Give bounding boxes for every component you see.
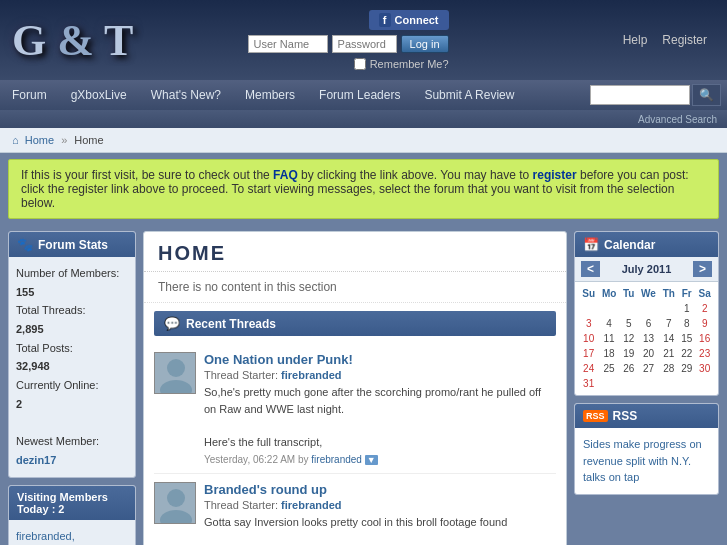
center-content: HOME There is no content in this section… — [143, 231, 567, 545]
forum-stats-content: Number of Members: 155 Total Threads: 2,… — [9, 257, 135, 477]
time-user-link-1[interactable]: firebranded — [311, 454, 362, 465]
newest-label: Newest Member: — [16, 432, 128, 451]
advanced-search-link[interactable]: Advanced Search — [638, 114, 717, 125]
cal-day-8[interactable]: 8 — [678, 316, 695, 331]
cal-day-5[interactable]: 5 — [620, 316, 638, 331]
register-link[interactable]: Register — [662, 33, 707, 47]
thread-starter-1: Thread Starter: firebranded — [204, 369, 556, 381]
home-title: HOME — [144, 232, 566, 272]
starter-label-1: Thread Starter: — [204, 369, 278, 381]
cal-day-20[interactable]: 20 — [638, 346, 660, 361]
user-icon-1: ▼ — [365, 455, 378, 465]
thread-info-1: One Nation under Punk! Thread Starter: f… — [204, 352, 556, 465]
visiting-member-1[interactable]: firebranded, — [16, 527, 128, 545]
starter-link-2[interactable]: firebranded — [281, 499, 342, 511]
remember-checkbox[interactable] — [354, 58, 366, 70]
cal-day-26[interactable]: 26 — [620, 361, 638, 376]
rss-item-link[interactable]: Sides make progress on revenue split wit… — [583, 438, 702, 483]
thread-icon: 💬 — [164, 316, 180, 331]
calendar-header: 📅 Calendar — [575, 232, 718, 257]
search-input[interactable] — [590, 85, 690, 105]
header: G & T f Connect Log in Remember Me? Help… — [0, 0, 727, 80]
breadcrumb: ⌂ Home » Home — [0, 128, 727, 153]
right-sidebar: 📅 Calendar < July 2011 > Su Mo Tu We Th … — [574, 231, 719, 545]
cal-day-24[interactable]: 24 — [579, 361, 598, 376]
starter-link-1[interactable]: firebranded — [281, 369, 342, 381]
cal-day-14[interactable]: 14 — [660, 331, 679, 346]
breadcrumb-sep: » — [61, 134, 67, 146]
cal-day-17[interactable]: 17 — [579, 346, 598, 361]
cal-day-19[interactable]: 19 — [620, 346, 638, 361]
thread-title-2[interactable]: Branded's round up — [204, 482, 556, 497]
nav-forumleaders[interactable]: Forum Leaders — [307, 80, 412, 110]
stats-icon: 🐾 — [17, 237, 33, 252]
cal-day-4[interactable]: 4 — [598, 316, 620, 331]
cal-th-th: Th — [660, 286, 679, 301]
nav-forum[interactable]: Forum — [0, 80, 59, 110]
notice-text-1: If this is your first visit, be sure to … — [21, 168, 273, 182]
cal-day-27[interactable]: 27 — [638, 361, 660, 376]
forum-stats-box: 🐾 Forum Stats Number of Members: 155 Tot… — [8, 231, 136, 478]
online-label: Currently Online: — [16, 376, 128, 395]
cal-day-6[interactable]: 6 — [638, 316, 660, 331]
help-link[interactable]: Help — [623, 33, 648, 47]
thread-title-1[interactable]: One Nation under Punk! — [204, 352, 556, 367]
forum-stats-title: Forum Stats — [38, 238, 108, 252]
cal-day-25[interactable]: 25 — [598, 361, 620, 376]
cal-day-15[interactable]: 15 — [678, 331, 695, 346]
cal-day-13[interactable]: 13 — [638, 331, 660, 346]
thread-time-1: Yesterday, 06:22 AM by firebranded ▼ — [204, 454, 556, 465]
cal-day-1[interactable]: 1 — [678, 301, 695, 316]
password-input[interactable] — [332, 35, 397, 53]
cal-day-22[interactable]: 22 — [678, 346, 695, 361]
cal-th-we: We — [638, 286, 660, 301]
calendar-prev-btn[interactable]: < — [581, 261, 600, 277]
nav-members[interactable]: Members — [233, 80, 307, 110]
username-input[interactable] — [248, 35, 328, 53]
main-area: 🐾 Forum Stats Number of Members: 155 Tot… — [0, 225, 727, 545]
cal-day-12[interactable]: 12 — [620, 331, 638, 346]
cal-day-28[interactable]: 28 — [660, 361, 679, 376]
faq-link[interactable]: FAQ — [273, 168, 298, 182]
cal-day-30[interactable]: 30 — [695, 361, 714, 376]
breadcrumb-home[interactable]: Home — [25, 134, 54, 146]
rss-header: RSS RSS — [575, 404, 718, 428]
cal-day-10[interactable]: 10 — [579, 331, 598, 346]
calendar-next-btn[interactable]: > — [693, 261, 712, 277]
cal-day-18[interactable]: 18 — [598, 346, 620, 361]
visiting-members-box: Visiting Members Today : 2 firebranded, … — [8, 485, 136, 545]
login-button[interactable]: Log in — [401, 35, 449, 53]
cal-day-21[interactable]: 21 — [660, 346, 679, 361]
cal-week-3: 10 11 12 13 14 15 16 — [579, 331, 714, 346]
cal-th-fr: Fr — [678, 286, 695, 301]
members-label: Number of Members: — [16, 264, 128, 283]
connect-button[interactable]: f Connect — [369, 10, 449, 30]
calendar-box: 📅 Calendar < July 2011 > Su Mo Tu We Th … — [574, 231, 719, 396]
cal-day-11[interactable]: 11 — [598, 331, 620, 346]
nav-submitreview[interactable]: Submit A Review — [412, 80, 526, 110]
cal-day-3[interactable]: 3 — [579, 316, 598, 331]
visiting-content: firebranded, NoUTurn, — [9, 520, 135, 545]
search-button[interactable]: 🔍 — [692, 84, 721, 106]
cal-day-29[interactable]: 29 — [678, 361, 695, 376]
nav-gxboxlive[interactable]: gXboxLive — [59, 80, 139, 110]
nav-items: Forum gXboxLive What's New? Members Foru… — [0, 80, 526, 110]
navbar: Forum gXboxLive What's New? Members Foru… — [0, 80, 727, 128]
time-value-1: 06:22 AM — [253, 454, 295, 465]
recent-threads-section: 💬 Recent Threads One Nation under Punk! … — [144, 303, 566, 545]
cal-day-7[interactable]: 7 — [660, 316, 679, 331]
cal-day-9[interactable]: 9 — [695, 316, 714, 331]
cal-week-4: 17 18 19 20 21 22 23 — [579, 346, 714, 361]
newest-member-link[interactable]: dezin17 — [16, 454, 56, 466]
header-links: Help Register — [623, 33, 707, 47]
cal-week-5: 24 25 26 27 28 29 30 — [579, 361, 714, 376]
cal-day-23[interactable]: 23 — [695, 346, 714, 361]
thread-body-1: So,he's pretty much gone after the scorc… — [204, 384, 556, 450]
cal-day-2[interactable]: 2 — [695, 301, 714, 316]
register-notice-link[interactable]: register — [533, 168, 577, 182]
nav-whatsnew[interactable]: What's New? — [139, 80, 233, 110]
breadcrumb-current: Home — [74, 134, 103, 146]
cal-day-16[interactable]: 16 — [695, 331, 714, 346]
cal-day-31[interactable]: 31 — [579, 376, 598, 391]
thread-item-2: Branded's round up Thread Starter: fireb… — [154, 474, 556, 539]
